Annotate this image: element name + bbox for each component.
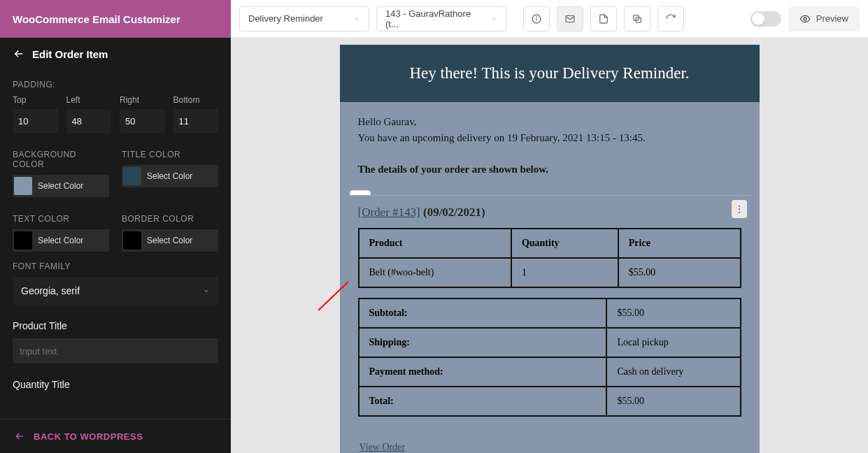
order-date: (09/02/2021) (423, 206, 485, 219)
order-block[interactable]: ⋮ [Order #143] (09/02/2021) Product Quan… (348, 195, 751, 431)
sidebar: Edit Order Item PADDING: Top Left Right … (0, 38, 231, 453)
svg-point-10 (804, 17, 806, 20)
edit-title: Edit Order Item (32, 48, 108, 60)
pad-right-input[interactable] (120, 109, 165, 133)
font-family-select[interactable]: Georgia, serif (13, 277, 218, 305)
text-color-label: TEXT COLOR (13, 214, 109, 224)
page-icon (598, 13, 609, 24)
bg-color-label: BACKGROUND COLOR (13, 150, 109, 169)
bg-color-button[interactable]: Select Color (13, 175, 109, 197)
mail-icon (564, 13, 576, 24)
quantity-title-label: Quantity Title (13, 379, 218, 390)
mail-button[interactable] (557, 6, 583, 31)
email-preview: Hey there! This is your Delivery Reminde… (340, 45, 760, 453)
font-label: FONT FAMILY (13, 261, 218, 271)
main: Delivery Reminder 143 - GauravRathore (t… (231, 38, 868, 453)
eye-icon (799, 13, 811, 24)
back-to-wordpress[interactable]: BACK TO WORDPRESS (14, 431, 217, 442)
pad-top-input[interactable] (13, 109, 58, 133)
chevron-down-icon (490, 15, 497, 22)
app-title: WooCommerce Email Customizer (13, 13, 180, 25)
sidebar-header: Edit Order Item (0, 38, 231, 70)
chevron-down-icon (353, 15, 360, 22)
view-order-link[interactable]: View Order (340, 439, 760, 453)
topbar: Delivery Reminder 143 - GauravRathore (t… (231, 0, 868, 38)
email-details-label: The details of your order are shown belo… (358, 164, 741, 175)
pad-bottom-input[interactable] (173, 109, 219, 133)
table-row: Subtotal:$55.00 (359, 299, 741, 328)
back-arrow-icon[interactable] (13, 48, 25, 60)
order-select[interactable]: 143 - GauravRathore (t... (376, 6, 506, 31)
order-title: [Order #143] (09/02/2021) (358, 206, 741, 220)
pad-left-label: Left (66, 95, 112, 105)
product-title-input[interactable] (13, 338, 218, 364)
product-title-label: Product Title (13, 320, 218, 331)
toggle-switch[interactable] (750, 11, 781, 27)
email-line1: You have an upcoming delivery on 19 Febr… (358, 132, 741, 144)
preview-button[interactable]: Preview (788, 6, 860, 31)
title-color-button[interactable]: Select Color (122, 165, 218, 187)
email-greeting: Hello Gaurav, (358, 116, 741, 128)
table-row: Belt (#woo-belt) 1 $55.00 (359, 258, 741, 287)
pad-bottom-label: Bottom (173, 95, 219, 105)
canvas: ▲ ▼ Hey there! This is your Delivery Rem… (231, 38, 868, 453)
info-button[interactable] (523, 6, 550, 31)
pad-right-label: Right (120, 95, 165, 105)
order-link[interactable]: [Order #143] (358, 206, 420, 219)
info-icon (531, 13, 542, 24)
order-items-table: Product Quantity Price Belt (#woo-belt) … (358, 228, 741, 288)
col-qty: Quantity (511, 229, 618, 258)
title-color-label: TITLE COLOR (122, 150, 218, 159)
copy-icon (632, 13, 643, 24)
table-row: Total:$55.00 (359, 387, 741, 416)
text-color-button[interactable]: Select Color (13, 229, 109, 252)
order-totals-table: Subtotal:$55.00 Shipping:Local pickup Pa… (358, 298, 741, 417)
table-row: Shipping:Local pickup (359, 328, 741, 357)
border-color-button[interactable]: Select Color (122, 229, 218, 252)
block-menu-button[interactable]: ⋮ (732, 200, 747, 218)
col-price: Price (618, 229, 741, 258)
arrow-left-icon (14, 431, 25, 442)
refresh-icon (665, 13, 676, 24)
border-color-label: BORDER COLOR (122, 214, 218, 224)
pad-left-input[interactable] (66, 109, 112, 133)
template-select[interactable]: Delivery Reminder (239, 6, 369, 31)
col-product: Product (359, 229, 511, 258)
padding-label: PADDING: (13, 80, 218, 89)
chevron-down-icon (203, 287, 210, 294)
pad-top-label: Top (13, 95, 58, 105)
svg-point-6 (536, 17, 536, 17)
table-row: Payment method:Cash on delivery (359, 357, 741, 387)
copy-button[interactable] (624, 6, 650, 31)
page-button[interactable] (590, 6, 617, 31)
email-heading: Hey there! This is your Delivery Reminde… (340, 45, 760, 102)
refresh-button[interactable] (657, 6, 684, 31)
